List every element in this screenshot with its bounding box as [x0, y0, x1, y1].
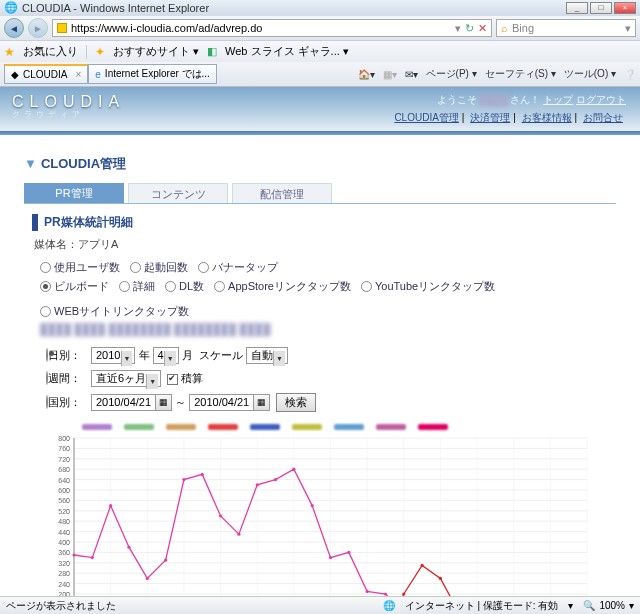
logout-link[interactable]: ログアウト — [576, 94, 626, 105]
radio-detail[interactable] — [119, 281, 130, 292]
radio-website[interactable] — [40, 306, 51, 317]
minimize-button[interactable]: _ — [566, 2, 588, 14]
ie-command-bar: 🏠▾ ▦▾ ✉▾ ページ(P) ▾ セーフティ(S) ▾ ツール(O) ▾ ❔ — [358, 67, 636, 81]
tools-menu[interactable]: ツール(O) ▾ — [564, 67, 616, 81]
media-name: 媒体名：アプリA — [34, 237, 608, 252]
svg-text:600: 600 — [58, 487, 70, 494]
tab-cloudia[interactable]: ◆ CLOUDIA × — [4, 64, 88, 84]
subtab-bar: PR管理 コンテンツ 配信管理 — [24, 183, 616, 204]
line-chart: 0408012016020024028032036040044048052056… — [32, 424, 592, 596]
radio-youtube[interactable] — [361, 281, 372, 292]
forward-button[interactable]: ► — [28, 18, 48, 38]
accum-checkbox[interactable] — [167, 374, 178, 385]
favorites-label[interactable]: お気に入り — [23, 44, 78, 59]
dropdown-icon[interactable]: ▾ — [455, 22, 461, 35]
nav-payment[interactable]: 決済管理 — [470, 112, 510, 123]
svg-point-90 — [366, 590, 369, 593]
refresh-icon[interactable]: ↻ — [465, 22, 474, 35]
radio-users[interactable] — [40, 262, 51, 273]
svg-text:720: 720 — [58, 456, 70, 463]
zoom-control[interactable]: 🔍 100% ▾ — [583, 600, 634, 611]
url-field[interactable]: https://www.i-cloudia.com/ad/advrep.do ▾… — [52, 19, 492, 37]
tab-ie-error[interactable]: e Internet Explorer では... — [88, 64, 217, 84]
radio-launches[interactable] — [130, 262, 141, 273]
svg-text:480: 480 — [58, 518, 70, 525]
ie-icon: 🌐 — [4, 1, 18, 15]
breadcrumb: ▼CLOUDIA管理 — [24, 147, 616, 183]
search-button[interactable]: 検索 — [276, 393, 316, 412]
subtab-pr[interactable]: PR管理 — [24, 183, 124, 203]
metric-row-1: 使用ユーザ数 起動回数 バナータップ — [40, 260, 608, 275]
caret-icon: ▼ — [24, 156, 37, 171]
favorites-bar: ★ お気に入り ✦ おすすめサイト ▾ ◧ Web スライス ギャラ... ▾ — [0, 40, 640, 62]
page-content: CLOUDIA クラウディア ようこそ ████ さん！ トップ ログアウト C… — [0, 86, 640, 596]
add-favorite-icon[interactable]: ✦ — [95, 45, 105, 59]
subtab-contents[interactable]: コンテンツ — [128, 183, 228, 203]
date-to[interactable]: 2010/04/21 — [189, 394, 254, 411]
maximize-button[interactable]: □ — [590, 2, 612, 14]
svg-text:240: 240 — [58, 581, 70, 588]
svg-text:280: 280 — [58, 570, 70, 577]
radio-appstore[interactable] — [214, 281, 225, 292]
tab-label: Internet Explorer では... — [105, 67, 210, 81]
favorites-star-icon[interactable]: ★ — [4, 45, 15, 59]
svg-text:760: 760 — [58, 445, 70, 452]
metric-row-2: ビルボード 詳細 DL数 AppStoreリンクタップ数 YouTubeリンクタ… — [40, 279, 608, 319]
calendar-icon[interactable]: ▦ — [254, 394, 270, 411]
svg-point-86 — [292, 468, 295, 471]
radio-banner-tap[interactable] — [198, 262, 209, 273]
svg-text:360: 360 — [58, 549, 70, 556]
welcome-label: ようこそ — [437, 94, 477, 105]
subtab-delivery[interactable]: 配信管理 — [232, 183, 332, 203]
breadcrumb-text: CLOUDIA管理 — [41, 156, 126, 171]
svg-text:680: 680 — [58, 466, 70, 473]
month-select[interactable]: 4 — [153, 347, 179, 364]
svg-point-88 — [329, 556, 332, 559]
feeds-button[interactable]: ▦▾ — [383, 69, 397, 80]
nav-contact[interactable]: お問合せ — [583, 112, 623, 123]
svg-text:560: 560 — [58, 497, 70, 504]
mail-button[interactable]: ✉▾ — [405, 69, 418, 80]
tab-favicon: ◆ — [11, 69, 19, 80]
svg-text:640: 640 — [58, 477, 70, 484]
radio-billboard[interactable] — [40, 281, 51, 292]
zone-dropdown-icon[interactable]: ▾ — [568, 600, 573, 611]
recent-select[interactable]: 直近6ヶ月 — [91, 370, 161, 387]
nav-customer[interactable]: お客様情報 — [522, 112, 572, 123]
top-link[interactable]: トップ — [543, 94, 573, 105]
date-from[interactable]: 2010/04/21 — [91, 394, 156, 411]
svg-point-78 — [146, 577, 149, 580]
radio-dl[interactable] — [165, 281, 176, 292]
tab-close-icon[interactable]: × — [75, 69, 81, 80]
radio-country[interactable] — [46, 395, 48, 409]
radio-weekly[interactable] — [46, 371, 48, 385]
back-button[interactable]: ◄ — [4, 18, 24, 38]
close-button[interactable]: × — [614, 2, 636, 14]
nav-cloudia[interactable]: CLOUDIA管理 — [394, 112, 458, 123]
calendar-icon[interactable]: ▦ — [156, 394, 172, 411]
lock-icon — [57, 23, 67, 33]
web-slice-gallery[interactable]: Web スライス ギャラ... ▾ — [225, 44, 349, 59]
help-button[interactable]: ❔ — [624, 69, 636, 80]
safety-menu[interactable]: セーフティ(S) ▾ — [485, 67, 556, 81]
home-button[interactable]: 🏠▾ — [358, 69, 375, 80]
search-dropdown-icon[interactable]: ▾ — [625, 22, 631, 35]
svg-point-84 — [256, 483, 259, 486]
page-menu[interactable]: ページ(P) ▾ — [426, 67, 477, 81]
svg-point-79 — [164, 559, 167, 562]
stop-icon[interactable]: ✕ — [478, 22, 487, 35]
globe-icon: 🌐 — [383, 600, 395, 611]
svg-point-81 — [201, 473, 204, 476]
suggested-sites[interactable]: おすすめサイト ▾ — [113, 44, 199, 59]
panel-title: PR媒体統計明細 — [32, 214, 608, 231]
scale-select[interactable]: 自動 — [246, 347, 288, 364]
svg-text:520: 520 — [58, 508, 70, 515]
search-field[interactable]: ⌕ Bing ▾ — [496, 19, 636, 37]
zoom-icon: 🔍 — [583, 600, 595, 611]
status-bar: ページが表示されました 🌐 インターネット | 保護モード: 有効 ▾ 🔍 10… — [0, 596, 640, 614]
year-select[interactable]: 2010 — [91, 347, 135, 364]
status-text: ページが表示されました — [6, 599, 116, 613]
search-engine-label: Bing — [512, 22, 625, 34]
radio-daily[interactable] — [46, 348, 48, 362]
svg-text:320: 320 — [58, 560, 70, 567]
